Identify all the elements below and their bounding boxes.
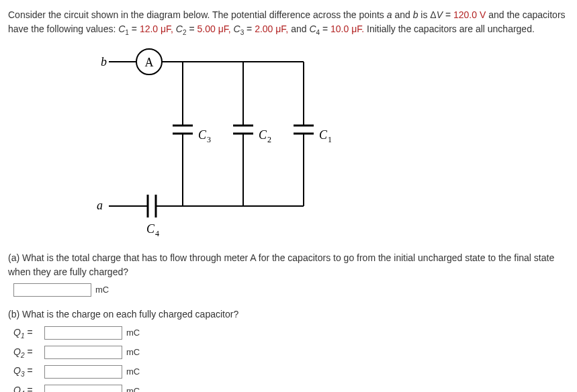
part-a: (a) What is the total charge that has to…: [8, 251, 569, 297]
q2-input[interactable]: [44, 346, 122, 359]
circuit-diagram: A b C 3 C 2 C 1: [82, 48, 569, 240]
cap-c2-label: C: [259, 128, 267, 142]
c3-value: 2.00 μF,: [255, 23, 288, 34]
intro-text: Consider the circuit shown in the diagra…: [8, 9, 387, 20]
part-b-question: (b) What is the charge on each fully cha…: [8, 307, 569, 322]
q3-unit: mC: [126, 365, 140, 379]
meter-label: A: [145, 56, 154, 69]
point-a: a: [387, 9, 392, 20]
q4-label: Q4 =: [13, 383, 44, 392]
cap-c3-label: C: [198, 128, 207, 142]
part-a-input[interactable]: [13, 283, 91, 297]
part-b: (b) What is the charge on each fully cha…: [8, 307, 569, 392]
cap-c4-label: C: [146, 222, 155, 236]
svg-text:2: 2: [267, 135, 271, 144]
q2-unit: mC: [126, 346, 140, 359]
part-a-unit: mC: [95, 283, 109, 297]
svg-text:3: 3: [207, 135, 211, 144]
voltage-value: 120.0 V: [453, 9, 486, 20]
q1-unit: mC: [126, 326, 140, 340]
terminal-b: b: [101, 55, 107, 68]
q3-input[interactable]: [44, 365, 122, 379]
terminal-a: a: [97, 199, 103, 212]
c2-value: 5.00 μF,: [197, 23, 231, 34]
problem-statement: Consider the circuit shown in the diagra…: [8, 8, 569, 38]
svg-text:4: 4: [155, 229, 159, 236]
q1-label: Q1 =: [13, 326, 44, 341]
q3-label: Q3 =: [13, 364, 44, 379]
q4-unit: mC: [126, 385, 140, 392]
part-a-question: (a) What is the total charge that has to…: [8, 251, 569, 279]
c4-value: 10.0 μF.: [330, 23, 364, 34]
q1-input[interactable]: [44, 326, 122, 340]
cap-c1-label: C: [319, 128, 328, 142]
q4-input[interactable]: [44, 385, 122, 392]
svg-text:1: 1: [328, 135, 332, 144]
q2-label: Q2 =: [13, 345, 44, 360]
c1-value: 12.0 μF,: [140, 23, 173, 34]
